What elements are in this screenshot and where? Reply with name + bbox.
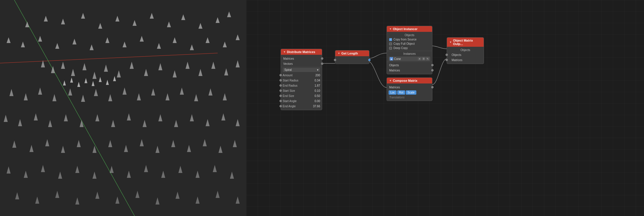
checkbox-deep-copy[interactable]: Deep Copy — [387, 46, 432, 50]
svg-line-1 — [14, 0, 135, 216]
svg-marker-41 — [173, 70, 177, 77]
object-selector-btn-edit[interactable]: ✎ — [426, 57, 429, 61]
field-start-angle[interactable]: Start Angle 0.00 — [281, 98, 322, 104]
node-get-length[interactable]: ▼ Get Length — [335, 50, 369, 64]
socket-end-size-in[interactable] — [279, 95, 282, 97]
svg-marker-61 — [94, 89, 98, 96]
field-end-angle[interactable]: End Angle 37.66 — [281, 104, 322, 109]
svg-marker-35 — [92, 72, 96, 79]
svg-marker-34 — [82, 63, 86, 70]
field-end-size[interactable]: End Size 0.50 — [281, 93, 322, 98]
socket-start-angle-in[interactable] — [279, 100, 282, 102]
svg-marker-77 — [95, 114, 99, 121]
matrixout-matrices-socket-row: Matrices — [447, 57, 484, 63]
compose-btn-rot[interactable]: Rot — [397, 90, 405, 95]
svg-marker-13 — [216, 17, 220, 23]
svg-marker-9 — [150, 13, 154, 19]
svg-marker-86 — [236, 119, 240, 126]
svg-marker-45 — [224, 68, 228, 75]
node-object-matrix-output[interactable]: ▼ Object Matrix Outp... Objects Objects … — [447, 37, 484, 64]
svg-marker-124 — [176, 192, 180, 199]
checkbox-copy-full-object[interactable]: Copy Full Object — [387, 42, 432, 46]
svg-marker-48 — [70, 77, 73, 83]
compose-btn-loc[interactable]: Loc — [389, 90, 397, 95]
collapse-icon-cm[interactable]: ▼ — [389, 79, 392, 82]
viewport-3d[interactable] — [0, 0, 246, 216]
compose-btn-scale[interactable]: Scale — [406, 90, 416, 95]
socket-amount-in[interactable] — [279, 74, 282, 76]
svg-marker-2 — [25, 22, 29, 27]
matrixout-objects-socket-label: Objects — [452, 53, 461, 57]
socket-start-radius-in[interactable] — [279, 79, 282, 81]
svg-marker-104 — [41, 165, 45, 172]
svg-marker-33 — [71, 69, 75, 76]
node-distribute-matrices[interactable]: ▼ Distribute Matrices Matrices Vectors S… — [281, 49, 322, 110]
svg-marker-46 — [236, 60, 240, 67]
svg-marker-3 — [44, 16, 48, 22]
socket-instancer-objects-out[interactable] — [431, 64, 434, 66]
svg-marker-87 — [12, 141, 16, 148]
svg-marker-115 — [230, 172, 234, 179]
collapse-icon-mo[interactable]: ▼ — [449, 41, 452, 44]
svg-marker-52 — [99, 77, 102, 82]
svg-marker-56 — [24, 93, 28, 100]
svg-marker-16 — [21, 42, 25, 47]
svg-marker-75 — [64, 114, 68, 121]
svg-marker-37 — [117, 70, 121, 77]
svg-marker-100 — [218, 146, 222, 153]
svg-marker-38 — [130, 62, 134, 69]
distribute-dropdown[interactable]: Spiral ▾ — [283, 68, 320, 72]
socket-matrixout-objects-in[interactable] — [446, 54, 448, 56]
svg-marker-110 — [144, 165, 148, 172]
svg-marker-11 — [181, 14, 185, 20]
svg-marker-111 — [161, 171, 165, 178]
collapse-icon[interactable]: ▼ — [283, 50, 286, 53]
socket-label-vectors: Vectors — [283, 62, 293, 65]
checkbox-copy-from-source-box[interactable]: ✓ — [389, 38, 392, 41]
field-start-radius[interactable]: Start Radius 0.34 — [281, 78, 322, 83]
svg-marker-81 — [158, 114, 162, 121]
object-selector-cone[interactable]: ▲ Cone ✕ ☰ ✎ — [389, 57, 430, 61]
checkbox-copy-from-source[interactable]: ✓ Copy from Source — [387, 37, 432, 42]
field-end-radius[interactable]: End Radius 1.87 — [281, 83, 322, 88]
socket-matrixout-matrices-in[interactable] — [446, 59, 448, 61]
field-start-size[interactable]: Start Size 0.10 — [281, 88, 322, 93]
node-editor[interactable]: ▼ Distribute Matrices Matrices Vectors S… — [246, 0, 644, 216]
svg-marker-112 — [178, 166, 182, 173]
socket-getlength-in[interactable] — [334, 59, 336, 61]
matrixout-objects-label: Objects — [447, 48, 484, 52]
svg-marker-70 — [223, 93, 227, 100]
matrixout-matrices-socket-label: Matrices — [452, 59, 462, 62]
object-selector-btn-browse[interactable]: ☰ — [422, 57, 425, 61]
socket-instancer-matrices-out[interactable] — [431, 69, 434, 71]
svg-marker-113 — [196, 171, 200, 178]
svg-marker-59 — [68, 88, 72, 96]
instancer-objects-socket-label: Objects — [389, 64, 399, 67]
svg-marker-102 — [7, 166, 11, 174]
socket-matrices-out[interactable] — [321, 57, 323, 60]
node-compose-matrix[interactable]: ▼ Compose Matrix Matrices Loc Rot Scale … — [387, 77, 432, 101]
node-object-instancer[interactable]: ▼ Object Instancer Objects ✓ Copy from S… — [387, 26, 432, 74]
socket-vectors-out[interactable] — [321, 63, 323, 65]
svg-marker-78 — [111, 120, 115, 127]
checkbox-copy-full-object-box[interactable] — [389, 42, 392, 45]
socket-end-angle-in[interactable] — [279, 105, 282, 107]
socket-start-size-in[interactable] — [279, 89, 282, 92]
checkbox-deep-copy-box[interactable] — [389, 47, 392, 50]
svg-marker-121 — [115, 196, 119, 204]
socket-compose-matrices-out[interactable] — [431, 86, 434, 88]
svg-marker-62 — [108, 94, 112, 101]
svg-marker-42 — [186, 62, 190, 69]
node-distribute-header: ▼ Distribute Matrices — [281, 49, 322, 55]
svg-marker-8 — [133, 20, 137, 26]
collapse-icon-gl[interactable]: ▼ — [338, 52, 340, 55]
svg-marker-122 — [135, 191, 139, 198]
svg-marker-40 — [158, 63, 162, 70]
socket-getlength-out[interactable] — [368, 59, 371, 61]
socket-end-radius-in[interactable] — [279, 84, 282, 87]
instancer-matrices-socket-row: Matrices — [387, 68, 432, 73]
collapse-icon-inst[interactable]: ▼ — [389, 28, 392, 30]
object-selector-btn-x[interactable]: ✕ — [418, 57, 421, 61]
viewport-svg — [0, 0, 246, 216]
field-amount[interactable]: Amount 200 — [281, 73, 322, 78]
